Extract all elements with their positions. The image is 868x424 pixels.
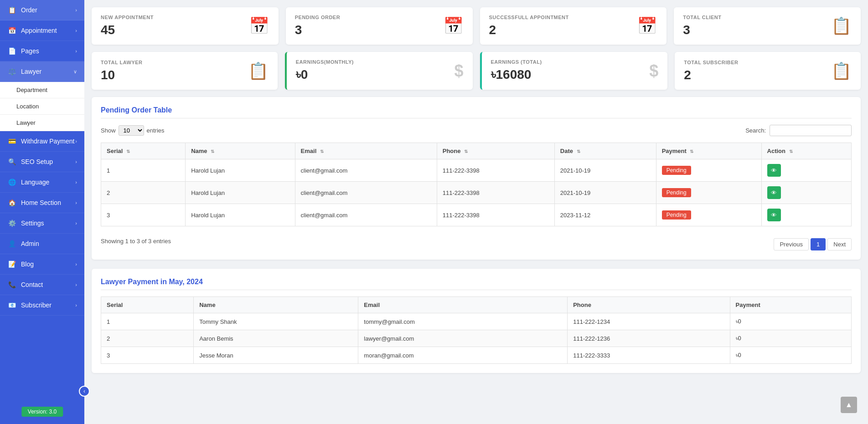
- sort-icon: ⇅: [789, 149, 793, 154]
- cell-phone: 111-222-1236: [568, 330, 730, 347]
- view-button[interactable]: 👁: [767, 164, 781, 177]
- list-icon: 📋: [831, 16, 852, 36]
- entries-select[interactable]: 10 25 50 100: [119, 125, 144, 136]
- sidebar-item-settings[interactable]: ⚙️ Settings ›: [0, 213, 84, 234]
- stat-card-earnings-total: EARNINGS (TOTAL) ৳16080 $: [480, 52, 668, 90]
- col-payment[interactable]: Payment ⇅: [656, 143, 761, 159]
- next-button[interactable]: Next: [827, 238, 852, 250]
- calendar-icon: 📅: [637, 16, 657, 36]
- cell-serial: 3: [101, 204, 186, 226]
- sidebar-item-label: Appointment: [21, 27, 57, 34]
- sidebar-collapse-button[interactable]: ‹: [79, 386, 90, 397]
- calendar-icon: 📅: [443, 16, 464, 36]
- cell-name: Harold Lujan: [186, 204, 295, 226]
- col-action[interactable]: Action ⇅: [761, 143, 851, 159]
- pending-badge: Pending: [662, 188, 691, 197]
- cell-phone: 111-222-3398: [437, 182, 554, 204]
- pending-badge: Pending: [662, 210, 691, 220]
- dollar-icon: $: [649, 61, 658, 81]
- subscriber-icon: 📧: [7, 301, 16, 310]
- submenu-item-department[interactable]: Department: [0, 82, 84, 98]
- submenu-item-location[interactable]: Location: [0, 98, 84, 115]
- sidebar-item-blog[interactable]: 📝 Blog ›: [0, 254, 84, 275]
- pending-order-title: Pending Order Table: [101, 106, 852, 118]
- stat-value: ৳16080: [491, 67, 542, 82]
- cell-email: lawyer@gmail.com: [358, 330, 568, 347]
- sidebar-item-contact[interactable]: 📞 Contact ›: [0, 275, 84, 295]
- table-row: 2 Harold Lujan client@gmail.com 111-222-…: [101, 182, 852, 204]
- stat-card-total-lawyer: TOTAL LAWYER 10 📋: [92, 52, 278, 90]
- cell-action: 👁: [761, 182, 851, 204]
- cell-name: Harold Lujan: [186, 182, 295, 204]
- sidebar-item-label: Subscriber: [21, 301, 52, 309]
- stats-row-1: NEW APPOINTMENT 45 📅 PENDING ORDER 3 📅 S…: [92, 7, 861, 45]
- view-button[interactable]: 👁: [767, 186, 781, 199]
- chevron-down-icon: ∨: [73, 69, 77, 75]
- stat-label: EARNINGS(MONTHLY): [296, 59, 354, 65]
- sort-icon: ⇅: [320, 149, 324, 154]
- home-icon: 🏠: [7, 198, 16, 207]
- cell-action: 👁: [761, 159, 851, 182]
- col-serial[interactable]: Serial ⇅: [101, 143, 186, 159]
- sidebar-item-pages[interactable]: 📄 Pages ›: [0, 41, 84, 61]
- sidebar-item-label: Order: [21, 6, 37, 14]
- chevron-right-icon: ›: [75, 28, 77, 33]
- sort-icon: ⇅: [690, 149, 693, 154]
- col-name[interactable]: Name ⇅: [186, 143, 295, 159]
- cell-name: Tommy Shank: [194, 313, 358, 330]
- prev-button[interactable]: Previous: [774, 238, 809, 250]
- page-1-button[interactable]: 1: [811, 238, 826, 250]
- col-phone[interactable]: Phone ⇅: [437, 143, 554, 159]
- sidebar-item-seo-setup[interactable]: 🔍 SEO Setup ›: [0, 152, 84, 172]
- stat-card-total-client: TOTAL CLIENT 3 📋: [674, 7, 861, 45]
- cell-payment: ৳0: [730, 313, 851, 330]
- scroll-to-top-button[interactable]: ▲: [841, 397, 857, 413]
- cell-name: Harold Lujan: [186, 159, 295, 182]
- cell-payment: ৳0: [730, 330, 851, 347]
- chevron-right-icon: ›: [75, 179, 77, 185]
- submenu-item-lawyer[interactable]: Lawyer: [0, 115, 84, 131]
- chevron-right-icon: ›: [75, 261, 77, 267]
- stat-value: ৳0: [296, 67, 354, 82]
- search-input[interactable]: [770, 125, 852, 136]
- cell-name: Jesse Moran: [194, 347, 358, 364]
- sidebar-item-admin[interactable]: 👤 Admin: [0, 234, 84, 254]
- view-button[interactable]: 👁: [767, 209, 781, 221]
- lawyer-payment-title: Lawyer Payment in May, 2024: [101, 278, 852, 290]
- sort-icon: ⇅: [211, 149, 214, 154]
- col-date[interactable]: Date ⇅: [554, 143, 656, 159]
- sidebar-item-order[interactable]: 📋 Order ›: [0, 0, 84, 20]
- stat-label: NEW APPOINTMENT: [101, 15, 154, 20]
- sidebar-item-lawyer[interactable]: ⚖️ Lawyer ∨: [0, 61, 84, 82]
- sidebar-item-label: Admin: [21, 240, 39, 247]
- sidebar-item-subscriber[interactable]: 📧 Subscriber ›: [0, 295, 84, 316]
- pages-icon: 📄: [7, 46, 16, 56]
- lawyer-payment-table-card: Lawyer Payment in May, 2024 Serial Name …: [92, 269, 861, 373]
- chevron-right-icon: ›: [75, 200, 77, 205]
- stat-value: 10: [101, 68, 143, 82]
- sidebar-item-appointment[interactable]: 📅 Appointment ›: [0, 20, 84, 41]
- lawyer-payment-table: Serial Name Email Phone Payment 1 Tommy …: [101, 296, 852, 364]
- sidebar-item-language[interactable]: 🌐 Language ›: [0, 172, 84, 193]
- table-row: 1 Harold Lujan client@gmail.com 111-222-…: [101, 159, 852, 182]
- show-entries: Show 10 25 50 100 entries: [101, 125, 165, 136]
- sidebar-item-home-section[interactable]: 🏠 Home Section ›: [0, 193, 84, 213]
- cell-email: client@gmail.com: [295, 182, 437, 204]
- stat-label: PENDING ORDER: [295, 15, 340, 20]
- sidebar-item-label: Language: [21, 179, 49, 186]
- admin-icon: 👤: [7, 239, 16, 248]
- stat-value: 3: [683, 23, 721, 37]
- search-label: Search:: [745, 127, 766, 134]
- col-email[interactable]: Email ⇅: [295, 143, 437, 159]
- table-footer-text: Showing 1 to 3 of 3 entries: [101, 238, 171, 245]
- chevron-right-icon: ›: [75, 7, 77, 13]
- lawyer-icon: ⚖️: [7, 67, 16, 76]
- col-phone: Phone: [568, 297, 730, 313]
- cell-serial: 1: [101, 313, 194, 330]
- cell-action: 👁: [761, 204, 851, 226]
- sort-icon: ⇅: [464, 149, 468, 154]
- sidebar-item-withdraw-payment[interactable]: 💳 Withdraw Payment ›: [0, 131, 84, 152]
- cell-date: 2023-11-12: [554, 204, 656, 226]
- col-email: Email: [358, 297, 568, 313]
- cell-payment: Pending: [656, 182, 761, 204]
